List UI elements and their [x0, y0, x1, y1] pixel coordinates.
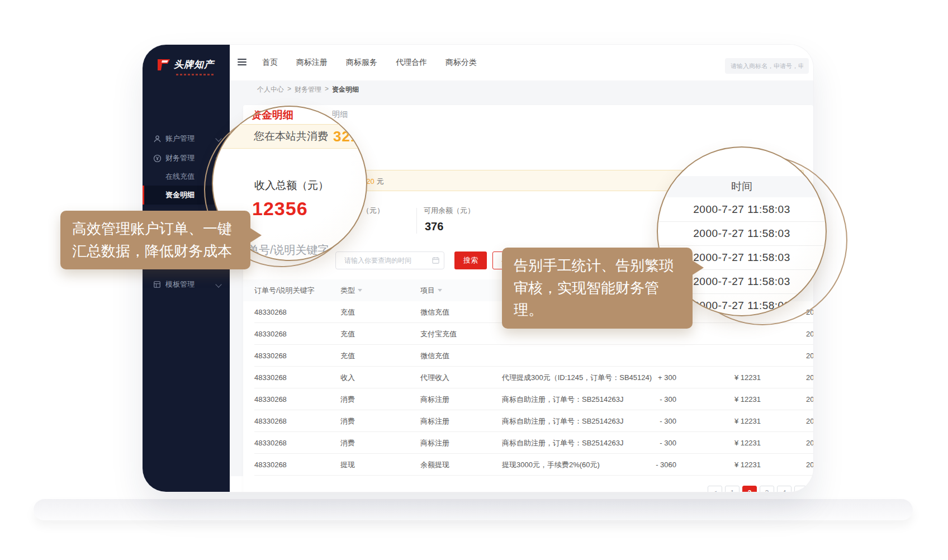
trademark-search-input[interactable]	[725, 58, 809, 74]
cell-time: 2000-7-27 11:58:03	[806, 367, 813, 388]
template-icon	[153, 281, 162, 288]
cell-amount: - 3060	[626, 454, 676, 476]
chevron-down-icon	[215, 281, 221, 287]
table-row: 48330268 充值 微信充值 2000-7-27 11:58:03	[243, 345, 813, 367]
pagination-page-5[interactable]: 5	[794, 486, 809, 492]
header-project[interactable]: 项目	[420, 279, 442, 301]
magnified-consumption-banner: 您在本站共消费 32124	[212, 124, 367, 149]
cell-type: 提现	[340, 454, 355, 476]
menu-icon[interactable]	[238, 59, 247, 65]
top-nav: 首页 商标注册 商标服务 代理合作 商标分类	[262, 45, 477, 80]
cell-balance: ¥ 12231	[734, 454, 761, 476]
magnified-time-header: 时间	[658, 176, 826, 197]
cell-project: 支付宝充值	[420, 323, 457, 345]
cell-amount: - 300	[626, 432, 676, 454]
logo-mark	[157, 59, 170, 71]
magnified-income-value: 12356	[252, 198, 308, 220]
breadcrumb-fund-details: 资金明细	[332, 85, 359, 94]
sort-caret-icon	[358, 289, 362, 292]
cell-description: 商标自助注册，订单号：SB2514263J	[502, 410, 623, 432]
cell-project: 余额提现	[420, 454, 449, 476]
pagination-prev-button[interactable]: <	[708, 486, 722, 492]
cell-project: 商标注册	[420, 388, 449, 410]
logo-subtext-decoration	[176, 74, 215, 75]
cell-balance: ¥ 12231	[734, 388, 761, 410]
stat-balance-value: 376	[425, 220, 443, 233]
breadcrumb-personal-center[interactable]: 个人中心	[257, 85, 284, 94]
table-row: 48330268 消费 商标注册 商标自助注册，订单号：SB2514263J -…	[243, 432, 813, 454]
magnified-income-label: 收入总额（元）	[254, 178, 329, 193]
magnified-time-row: 2000-7-27 11:58:03	[658, 197, 826, 221]
cell-time: 2000-7-27 11:58:03	[806, 345, 813, 367]
cell-description: 提现3000元，手续费2%(60元)	[502, 454, 600, 476]
breadcrumb-separator: >	[325, 85, 329, 94]
sidebar-item-label: 账户管理	[165, 134, 195, 144]
calendar-icon[interactable]	[432, 257, 439, 264]
cell-order: 48330268	[254, 454, 287, 476]
pagination-page-3[interactable]: 3	[760, 486, 774, 492]
breadcrumb-bar: 个人中心 > 财务管理 > 资金明细	[230, 80, 813, 99]
table-row: 48330268 消费 商标注册 商标自助注册，订单号：SB2514263J -…	[243, 388, 813, 410]
breadcrumb: 个人中心 > 财务管理 > 资金明细	[257, 85, 359, 94]
topbar: 首页 商标注册 商标服务 代理合作 商标分类	[230, 45, 813, 80]
sidebar-item-label: 资金明细	[165, 190, 195, 200]
logo-text: 头牌知产	[174, 58, 214, 71]
stat-middle-label: （元）	[362, 206, 384, 216]
cell-amount: + 300	[626, 367, 676, 388]
cell-amount: - 300	[626, 388, 676, 410]
search-button[interactable]: 搜索	[454, 251, 487, 269]
laptop-base	[34, 499, 913, 520]
stat-divider	[416, 208, 417, 234]
cell-order: 48330268	[254, 388, 287, 410]
cell-project: 商标注册	[420, 432, 449, 454]
cell-type: 充值	[340, 301, 355, 323]
header-type[interactable]: 类型	[340, 279, 362, 301]
cell-balance: ¥ 12231	[734, 410, 761, 432]
sidebar-item-label: 财务管理	[165, 153, 195, 163]
breadcrumb-finance[interactable]: 财务管理	[295, 85, 321, 94]
nav-item-trademark-register[interactable]: 商标注册	[296, 58, 328, 68]
logo: 头牌知产	[157, 58, 214, 71]
nav-item-home[interactable]: 首页	[262, 58, 278, 68]
cell-order: 48330268	[254, 367, 287, 388]
nav-item-trademark-category[interactable]: 商标分类	[445, 58, 477, 68]
cell-amount: - 300	[626, 410, 676, 432]
cell-amount	[626, 345, 676, 367]
cell-description: 商标自助注册，订单号：SB2514263J	[502, 388, 623, 410]
magnified-time-row: 2000-7-27 11:58:03	[658, 221, 826, 245]
tooltip-left: 高效管理账户订单、一键汇总数据，降低财务成本	[60, 211, 250, 269]
pagination-page-1[interactable]: 1	[725, 486, 740, 492]
stat-balance-label: 可用余额（元）	[424, 206, 475, 216]
nav-item-agency-cooperation[interactable]: 代理合作	[396, 58, 427, 68]
cell-description: 商标自助注册，订单号：SB2514263J	[502, 432, 623, 454]
sort-caret-icon	[438, 289, 442, 292]
cell-order: 48330268	[254, 432, 287, 454]
cell-type: 充值	[340, 323, 355, 345]
header-order-keyword[interactable]: 订单号/说明关键字	[254, 279, 315, 301]
cell-time: 2000-7-27 11:58:03	[806, 388, 813, 410]
pagination-page-4[interactable]: 4	[777, 486, 791, 492]
sidebar-item-template-management[interactable]: 模板管理	[143, 275, 230, 294]
pagination-page-2-active[interactable]: 2	[742, 486, 757, 492]
cell-type: 消费	[340, 388, 355, 410]
cell-type: 充值	[340, 345, 355, 367]
cell-project: 代理收入	[420, 367, 449, 388]
tooltip-right: 告别手工统计、告别繁琐审核，实现智能财务管理。	[502, 248, 693, 329]
nav-item-trademark-service[interactable]: 商标服务	[346, 58, 377, 68]
cell-time: 2000-7-27 11:58:03	[806, 410, 813, 432]
sidebar-item-account[interactable]: 账户管理	[143, 129, 230, 148]
cell-order: 48330268	[254, 410, 287, 432]
table-row: 48330268 提现 余额提现 提现3000元，手续费2%(60元) - 30…	[243, 454, 813, 476]
time-query-input[interactable]	[335, 251, 444, 269]
breadcrumb-separator: >	[287, 85, 291, 94]
cell-balance: ¥ 12231	[734, 432, 761, 454]
marketing-canvas: 头牌知产 账户管理 财务管理 在线充值 资金明细	[0, 0, 948, 560]
sidebar-item-label: 在线充值	[165, 172, 195, 182]
pagination: < 1 2 3 4 5	[708, 486, 809, 492]
table-row: 48330268 收入 代理收入 代理提成300元（ID:1245，订单号：SB…	[243, 367, 813, 388]
table-row: 48330268 消费 商标注册 商标自助注册，订单号：SB2514263J -…	[243, 410, 813, 432]
cell-order: 48330268	[254, 323, 287, 345]
tab-partial[interactable]: 明细	[332, 110, 348, 120]
cell-type: 收入	[340, 367, 355, 388]
cell-time: 2000-7-27 11:58:03	[806, 432, 813, 454]
